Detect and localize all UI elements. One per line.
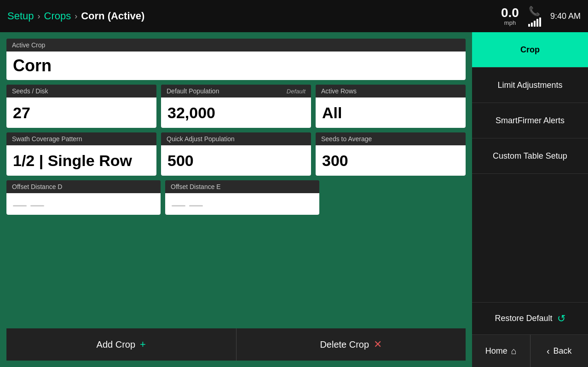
sidebar-bottom: Restore Default ↺ Home ⌂ ‹ Back bbox=[472, 302, 588, 367]
sidebar-limit-label: Limit Adjustments bbox=[497, 80, 562, 90]
back-chevron-icon: ‹ bbox=[547, 346, 550, 356]
swath-coverage-label: Swath Coverage Pattern bbox=[6, 132, 156, 145]
fields-row-2: Swath Coverage Pattern 1/2 | Single Row … bbox=[6, 132, 466, 176]
speed-unit: mph bbox=[501, 19, 519, 26]
offset-distance-e-label: Offset Distance E bbox=[165, 180, 319, 193]
sidebar-item-custom-table-setup[interactable]: Custom Table Setup bbox=[472, 138, 588, 174]
fields-row-1: Seeds / Disk 27 Default Population Defau… bbox=[6, 85, 466, 128]
sidebar-item-smartfirmer-alerts[interactable]: SmartFirmer Alerts bbox=[472, 103, 588, 138]
sidebar-custom-table-label: Custom Table Setup bbox=[493, 151, 567, 161]
signal-bars bbox=[528, 17, 541, 27]
phone-icon: 📞 bbox=[529, 6, 540, 17]
sidebar-crop-label: Crop bbox=[520, 45, 540, 55]
add-crop-button[interactable]: Add Crop + bbox=[6, 328, 236, 361]
speed-display: 0.0 mph bbox=[501, 6, 519, 26]
fields-row-3: Offset Distance D Offset Distance E bbox=[6, 180, 319, 215]
offset-distance-d-label: Offset Distance D bbox=[6, 180, 161, 193]
home-back-row: Home ⌂ ‹ Back bbox=[472, 335, 588, 367]
breadcrumb-chevron-2: › bbox=[75, 11, 77, 21]
active-rows-value: All bbox=[316, 97, 466, 128]
seeds-to-average-label: Seeds to Average bbox=[316, 132, 466, 145]
signal-icon: 📞 bbox=[528, 6, 541, 27]
add-crop-label: Add Crop bbox=[97, 339, 136, 350]
quick-adjust-pop-label: Quick Adjust Population bbox=[161, 132, 311, 145]
home-button[interactable]: Home ⌂ bbox=[472, 335, 530, 367]
seeds-disk-value: 27 bbox=[6, 97, 156, 128]
dash-line-2 bbox=[30, 205, 44, 206]
delete-crop-button[interactable]: Delete Crop ✕ bbox=[236, 328, 466, 361]
sidebar-item-crop[interactable]: Crop bbox=[472, 32, 588, 68]
seeds-to-average-card[interactable]: Seeds to Average 300 bbox=[316, 132, 466, 176]
restore-default-label: Restore Default bbox=[495, 314, 552, 323]
quick-adjust-pop-card[interactable]: Quick Adjust Population 500 bbox=[161, 132, 311, 176]
quick-adjust-pop-value: 500 bbox=[161, 145, 311, 176]
default-population-label: Default Population Default bbox=[161, 85, 311, 97]
default-population-value: 32,000 bbox=[161, 97, 311, 128]
restore-icon: ↺ bbox=[557, 313, 565, 325]
active-crop-section[interactable]: Active Crop Corn bbox=[6, 39, 466, 80]
breadcrumb-active: Corn (Active) bbox=[81, 10, 144, 22]
bottom-bar: Add Crop + Delete Crop ✕ bbox=[6, 328, 466, 361]
content-area: Active Crop Corn Seeds / Disk 27 Default… bbox=[0, 32, 472, 367]
dash-line-3 bbox=[172, 205, 185, 206]
breadcrumb-chevron-1: › bbox=[38, 11, 40, 21]
sidebar-smartfirmer-label: SmartFirmer Alerts bbox=[496, 116, 565, 126]
breadcrumb-crops[interactable]: Crops bbox=[44, 10, 71, 22]
active-crop-label: Active Crop bbox=[6, 39, 466, 52]
time-display: 9:40 AM bbox=[550, 11, 581, 21]
sidebar-spacer bbox=[472, 174, 588, 302]
top-bar: Setup › Crops › Corn (Active) 0.0 mph 📞 … bbox=[0, 0, 588, 32]
offset-distance-d-placeholder bbox=[6, 193, 161, 215]
default-population-card[interactable]: Default Population Default 32,000 bbox=[161, 85, 311, 128]
x-icon: ✕ bbox=[374, 338, 382, 350]
active-rows-label: Active Rows bbox=[316, 85, 466, 97]
offset-distance-d-card[interactable]: Offset Distance D bbox=[6, 180, 161, 215]
active-rows-card[interactable]: Active Rows All bbox=[316, 85, 466, 128]
back-button[interactable]: ‹ Back bbox=[530, 335, 588, 367]
seeds-disk-card[interactable]: Seeds / Disk 27 bbox=[6, 85, 156, 128]
back-label: Back bbox=[553, 346, 572, 356]
breadcrumb-setup[interactable]: Setup bbox=[7, 10, 34, 22]
main-layout: Active Crop Corn Seeds / Disk 27 Default… bbox=[0, 32, 588, 367]
restore-default-button[interactable]: Restore Default ↺ bbox=[472, 303, 588, 335]
speed-value: 0.0 bbox=[501, 6, 519, 19]
seeds-to-average-value: 300 bbox=[316, 145, 466, 176]
dash-line-4 bbox=[189, 205, 203, 206]
swath-coverage-card[interactable]: Swath Coverage Pattern 1/2 | Single Row bbox=[6, 132, 156, 176]
seeds-disk-label: Seeds / Disk bbox=[6, 85, 156, 97]
default-tag: Default bbox=[287, 88, 306, 95]
right-sidebar: Crop Limit Adjustments SmartFirmer Alert… bbox=[472, 32, 588, 367]
home-label: Home bbox=[485, 346, 507, 356]
offset-distance-e-placeholder bbox=[165, 193, 319, 215]
top-bar-right: 0.0 mph 📞 9:40 AM bbox=[501, 6, 581, 27]
offset-distance-e-card[interactable]: Offset Distance E bbox=[165, 180, 319, 215]
home-icon: ⌂ bbox=[511, 346, 517, 356]
active-crop-value: Corn bbox=[6, 52, 466, 80]
swath-coverage-value: 1/2 | Single Row bbox=[6, 145, 156, 176]
dash-line-1 bbox=[13, 205, 27, 206]
breadcrumb: Setup › Crops › Corn (Active) bbox=[7, 10, 144, 22]
sidebar-item-limit-adjustments[interactable]: Limit Adjustments bbox=[472, 68, 588, 103]
plus-icon: + bbox=[140, 338, 146, 350]
delete-crop-label: Delete Crop bbox=[320, 339, 369, 350]
